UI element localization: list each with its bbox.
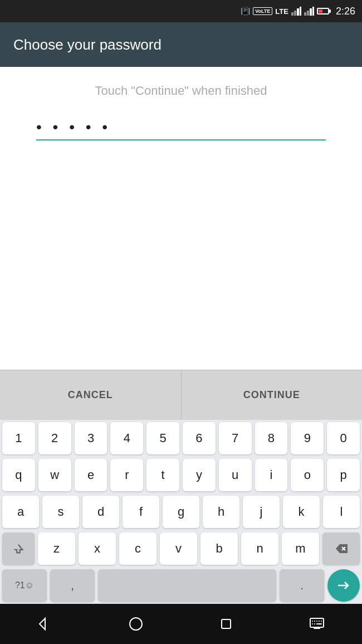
svg-marker-0 <box>291 12 293 16</box>
key-g[interactable]: g <box>163 496 199 528</box>
key-c[interactable]: c <box>119 532 156 565</box>
buttons-area: CANCEL CONTINUE <box>0 370 362 420</box>
svg-point-12 <box>130 618 142 630</box>
key-a[interactable]: a <box>2 496 39 528</box>
key-3[interactable]: 3 <box>75 422 107 454</box>
cancel-button[interactable]: CANCEL <box>0 370 181 420</box>
svg-marker-1 <box>294 11 296 16</box>
key-4[interactable]: 4 <box>110 422 143 454</box>
key-o[interactable]: o <box>291 459 324 491</box>
key-s[interactable]: s <box>42 496 79 528</box>
key-z[interactable]: z <box>38 532 75 565</box>
key-period[interactable]: . <box>280 569 324 602</box>
signal-icon <box>291 7 301 16</box>
keyboard-row-bottom: ?1☺ , . <box>0 567 362 604</box>
password-input[interactable] <box>36 115 326 141</box>
recents-button[interactable] <box>209 607 243 641</box>
key-n[interactable]: n <box>241 532 278 565</box>
key-y[interactable]: y <box>183 459 216 491</box>
keyboard-row-numbers: 1 2 3 4 5 6 7 8 9 0 <box>0 420 362 457</box>
key-2[interactable]: 2 <box>38 422 71 454</box>
content-area: Touch "Continue" when finished <box>0 67 362 370</box>
key-v[interactable]: v <box>160 532 197 565</box>
key-q[interactable]: q <box>2 459 35 491</box>
key-5[interactable]: 5 <box>146 422 179 454</box>
signal-icon-2 <box>304 7 314 16</box>
instruction-text: Touch "Continue" when finished <box>95 84 267 98</box>
key-9[interactable]: 9 <box>291 422 324 454</box>
keyboard: 1 2 3 4 5 6 7 8 9 0 q w e r t y u i o p … <box>0 420 362 604</box>
key-f[interactable]: f <box>123 496 159 528</box>
key-i[interactable]: i <box>255 459 288 491</box>
key-symbols[interactable]: ?1☺ <box>2 569 47 602</box>
key-e[interactable]: e <box>75 459 107 491</box>
volte-badge: VoLTE <box>253 7 272 15</box>
key-k[interactable]: k <box>283 496 320 528</box>
key-enter[interactable] <box>327 569 360 602</box>
key-w[interactable]: w <box>38 459 71 491</box>
svg-marker-6 <box>310 8 312 16</box>
svg-marker-4 <box>304 12 306 16</box>
key-p[interactable]: p <box>327 459 360 491</box>
key-l[interactable]: l <box>323 496 360 528</box>
status-time: 2:26 <box>336 6 355 17</box>
shift-key[interactable] <box>2 532 35 565</box>
svg-rect-13 <box>222 619 231 628</box>
key-d[interactable]: d <box>82 496 119 528</box>
lte-label: LTE <box>275 7 288 16</box>
key-8[interactable]: 8 <box>255 422 288 454</box>
key-r[interactable]: r <box>110 459 143 491</box>
key-h[interactable]: h <box>203 496 239 528</box>
continue-button[interactable]: CONTINUE <box>182 370 363 420</box>
key-t[interactable]: t <box>146 459 179 491</box>
key-1[interactable]: 1 <box>2 422 35 454</box>
key-x[interactable]: x <box>79 532 116 565</box>
key-space[interactable] <box>98 569 276 602</box>
svg-marker-11 <box>40 618 45 630</box>
header: Choose your password <box>0 22 362 67</box>
key-b[interactable]: b <box>200 532 238 565</box>
battery-icon <box>317 8 329 14</box>
nav-bar <box>0 604 362 644</box>
key-comma[interactable]: , <box>50 569 95 602</box>
svg-marker-3 <box>300 7 301 16</box>
back-button[interactable] <box>28 607 62 641</box>
page-title: Choose your password <box>13 36 162 54</box>
key-7[interactable]: 7 <box>219 422 252 454</box>
key-m[interactable]: m <box>282 532 319 565</box>
status-icons: 📳 VoLTE LTE <box>241 7 329 16</box>
status-bar: 📳 VoLTE LTE 2:26 <box>0 0 362 22</box>
home-button[interactable] <box>119 607 153 641</box>
svg-marker-5 <box>307 11 309 16</box>
svg-rect-14 <box>310 618 324 627</box>
svg-marker-7 <box>312 7 314 16</box>
backspace-key[interactable] <box>322 532 360 565</box>
key-j[interactable]: j <box>243 496 280 528</box>
svg-marker-2 <box>297 8 299 16</box>
key-6[interactable]: 6 <box>183 422 216 454</box>
keyboard-row-asdf: a s d f g h j k l <box>0 493 362 530</box>
vibrate-icon: 📳 <box>241 7 250 16</box>
key-0[interactable]: 0 <box>327 422 360 454</box>
key-u[interactable]: u <box>219 459 252 491</box>
keyboard-row-qwerty: q w e r t y u i o p <box>0 457 362 493</box>
keyboard-row-zxcv: z x c v b n m <box>0 530 362 567</box>
password-field-wrap[interactable] <box>36 115 326 141</box>
keyboard-button[interactable] <box>300 607 334 641</box>
